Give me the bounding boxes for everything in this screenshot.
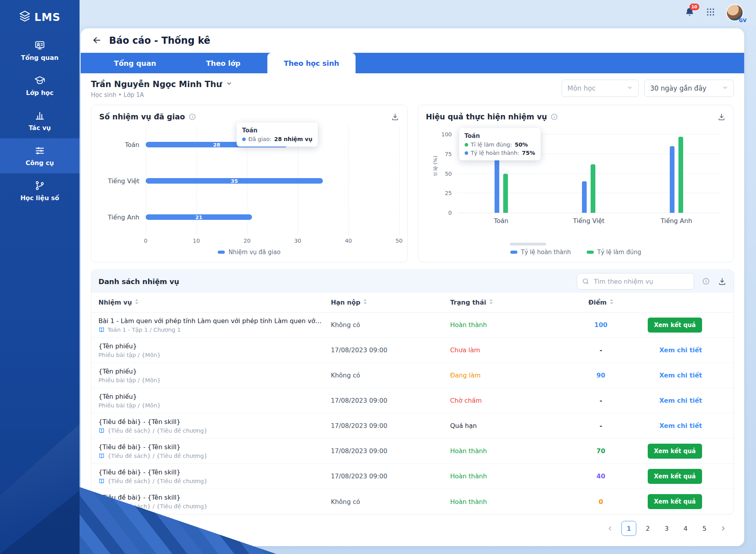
next-page-button[interactable] xyxy=(716,521,731,536)
page-button-5[interactable]: 5 xyxy=(697,521,712,536)
sidebar-item-classes[interactable]: Lớp học xyxy=(0,68,80,103)
view-result-button[interactable]: Xem kết quả xyxy=(648,494,702,509)
download-icon[interactable] xyxy=(391,113,399,121)
column-header-2[interactable]: Hạn nộp xyxy=(331,299,450,306)
chevron-down-icon xyxy=(226,80,232,88)
view-result-button[interactable]: Xem kết quả xyxy=(648,469,702,484)
bar[interactable] xyxy=(582,181,587,213)
bar[interactable] xyxy=(678,137,683,213)
prev-page-button[interactable] xyxy=(602,521,617,536)
page-button-4[interactable]: 4 xyxy=(678,521,693,536)
table-row: {Tên phiếu}Phiếu bài tập / {Môn}Không có… xyxy=(91,363,734,388)
tooltip-value: 75% xyxy=(522,150,536,156)
subject-filter-select[interactable]: Môn học xyxy=(561,80,639,97)
bar[interactable] xyxy=(495,154,499,213)
bar[interactable] xyxy=(591,164,595,213)
student-row: Trần Nguyễn Ngọc Minh Thư Học sinh • Lớp… xyxy=(91,80,734,99)
chart-scrollbar[interactable] xyxy=(510,243,546,245)
legend-item[interactable]: Tỷ lệ làm đúng xyxy=(587,249,641,256)
table-row: {Tên phiếu}Phiếu bài tập / {Môn}17/08/20… xyxy=(91,388,734,413)
column-header-4[interactable]: Điểm xyxy=(569,299,632,306)
series-dot xyxy=(242,138,246,141)
app-logo: LMS xyxy=(0,0,80,33)
topbar: 10 GV xyxy=(80,0,756,25)
notifications-button[interactable]: 10 xyxy=(684,7,695,19)
task-subtitle: Phiếu bài tập / {Môn} xyxy=(98,377,323,383)
status-text: Hoàn thành xyxy=(450,447,487,455)
download-icon[interactable] xyxy=(717,113,726,121)
tab-tong-quan[interactable]: Tổng quan xyxy=(91,53,179,73)
back-button[interactable] xyxy=(92,35,102,46)
bar[interactable]: 35 xyxy=(146,178,323,184)
task-title: {Tiêu đề bài} - {Tên skill} xyxy=(98,494,323,501)
avatar-role-label: GV xyxy=(739,18,747,23)
subject-filter-value: Môn học xyxy=(567,84,596,92)
sidebar-item-tools[interactable]: Công cụ xyxy=(0,138,80,173)
tooltip-label: Tỉ lệ làm đúng: xyxy=(471,141,512,148)
bar[interactable]: 21 xyxy=(146,214,252,220)
view-detail-link[interactable]: Xem chi tiết xyxy=(659,397,702,404)
info-icon[interactable] xyxy=(702,277,710,285)
sidebar-item-overview[interactable]: Tổng quan xyxy=(0,33,80,68)
sidebar: LMS Tổng quanLớp họcTác vụCông cụHọc liệ… xyxy=(0,0,80,554)
sort-icon[interactable] xyxy=(489,299,493,306)
page-button-3[interactable]: 3 xyxy=(659,521,674,536)
status-text: Chờ chấm xyxy=(450,397,482,404)
bar-group xyxy=(545,134,633,213)
bar[interactable] xyxy=(670,146,674,213)
view-result-button[interactable]: Xem kết quả xyxy=(648,318,702,333)
bar[interactable] xyxy=(503,174,508,213)
user-avatar[interactable]: GV xyxy=(726,4,743,21)
score-value: 0 xyxy=(598,498,603,506)
deadline-value: 17/08/2023 09:00 xyxy=(331,447,387,455)
page-button-1[interactable]: 1 xyxy=(621,521,636,536)
view-detail-link[interactable]: Xem chi tiết xyxy=(659,372,702,379)
tab-theo-hoc-sinh[interactable]: Theo học sinh xyxy=(267,53,356,73)
page-button-2[interactable]: 2 xyxy=(640,521,655,536)
sort-icon[interactable] xyxy=(135,299,139,306)
task-title: {Tiêu đề bài} - {Tên skill} xyxy=(98,468,323,476)
column-header-1[interactable]: Nhiệm vụ xyxy=(98,299,331,306)
task-subtitle: {Tiêu đề sách} / {Tiêu đề chương} xyxy=(98,503,323,509)
column-header-3[interactable]: Trạng thái xyxy=(450,299,569,306)
bar-value-label: 28 xyxy=(213,142,220,148)
search-input[interactable] xyxy=(577,273,694,290)
info-icon[interactable] xyxy=(550,113,558,121)
student-selector[interactable]: Trần Nguyễn Ngọc Minh Thư Học sinh • Lớp… xyxy=(91,80,232,99)
sidebar-item-tasks[interactable]: Tác vụ xyxy=(0,103,80,138)
book-icon xyxy=(98,503,105,509)
download-icon[interactable] xyxy=(718,277,726,286)
chart-tooltip: Toán Đã giao: 28 nhiệm vụ xyxy=(237,123,318,147)
charts-row: Số nhiệm vụ đã giao ToánTiếng ViệtTiếng … xyxy=(91,105,734,262)
chart-title: Hiệu quả thực hiện nhiệm vụ xyxy=(426,112,547,121)
view-detail-link[interactable]: Xem chi tiết xyxy=(659,346,702,354)
bar-value-label: 35 xyxy=(231,178,238,184)
info-icon[interactable] xyxy=(189,113,196,121)
legend-item[interactable]: Tỷ lệ hoàn thành xyxy=(510,249,571,256)
status-text: Hoàn thành xyxy=(450,321,487,329)
table-row: {Tiêu đề bài} - {Tên skill}{Tiêu đề sách… xyxy=(91,489,734,514)
tab-theo-lop[interactable]: Theo lớp xyxy=(179,53,267,73)
chart-title: Số nhiệm vụ đã giao xyxy=(99,112,185,121)
task-list-header: Danh sách nhiệm vụ xyxy=(91,270,734,293)
view-detail-link[interactable]: Xem chi tiết xyxy=(659,422,702,429)
task-subtitle: {Tiêu đề sách} / {Tiêu đề chương} xyxy=(98,453,323,459)
deadline-value: 17/08/2023 09:00 xyxy=(331,422,387,429)
date-range-select[interactable]: 30 ngày gần đây xyxy=(644,80,734,97)
apps-grid-button[interactable] xyxy=(706,7,715,18)
sort-icon[interactable] xyxy=(610,299,613,306)
view-result-button[interactable]: Xem kết quả xyxy=(648,444,702,459)
report-header: Báo cáo - Thống kê xyxy=(81,28,744,53)
score-value: 90 xyxy=(597,372,605,379)
y-tick-label: 25 xyxy=(445,190,452,196)
y-tick-label: 0 xyxy=(448,210,452,216)
arrow-left-icon xyxy=(92,35,102,46)
pagination: 12345 xyxy=(91,515,734,541)
sidebar-item-label: Tác vụ xyxy=(29,124,51,132)
sidebar-nav: Tổng quanLớp họcTác vụCông cụHọc liệu số xyxy=(0,33,80,208)
y-tick-label: 75 xyxy=(445,151,452,157)
sidebar-item-label: Học liệu số xyxy=(20,194,59,202)
sidebar-item-materials[interactable]: Học liệu số xyxy=(0,173,80,208)
chevron-down-icon xyxy=(627,84,633,92)
sort-icon[interactable] xyxy=(363,299,367,306)
